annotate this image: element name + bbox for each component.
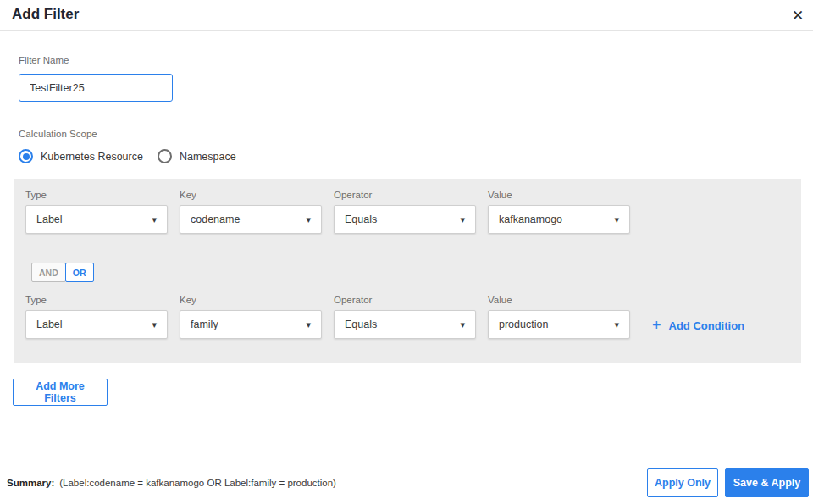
condition-2-value-select[interactable]: production ▾ <box>488 310 630 339</box>
conditions-panel: Type Label ▾ Key codename ▾ Operator Equ… <box>14 179 801 363</box>
condition-2-type-select[interactable]: Label ▾ <box>25 310 168 339</box>
operator-label: Operator <box>334 295 476 305</box>
radio-kubernetes-resource-icon[interactable] <box>19 149 33 163</box>
scope-option-namespace[interactable]: Namespace <box>158 149 236 163</box>
operator-label: Operator <box>334 190 476 200</box>
scope-option-label: Namespace <box>180 151 236 163</box>
add-condition-button[interactable]: + Add Condition <box>652 318 744 333</box>
selected-value: Equals <box>345 318 377 330</box>
condition-1-value-select[interactable]: kafkanamogo ▾ <box>488 205 630 234</box>
condition-2-operator-field: Operator Equals ▾ <box>334 295 476 339</box>
condition-1-value-field: Value kafkanamogo ▾ <box>488 190 630 234</box>
chevron-down-icon: ▾ <box>306 320 311 330</box>
logic-toggle: AND OR <box>31 263 94 282</box>
summary: Summary: (Label:codename = kafkanamogo O… <box>7 478 336 488</box>
condition-1-key-field: Key codename ▾ <box>180 190 322 234</box>
condition-1-key-select[interactable]: codename ▾ <box>180 205 322 234</box>
chevron-down-icon: ▾ <box>306 215 311 224</box>
selected-value: Label <box>36 213 63 225</box>
summary-text: (Label:codename = kafkanamogo OR Label:f… <box>59 478 336 488</box>
save-and-apply-button[interactable]: Save & Apply <box>725 468 809 497</box>
selected-value: codename <box>191 213 240 225</box>
scope-option-kubernetes-resource[interactable]: Kubernetes Resource <box>19 149 143 163</box>
or-toggle-button[interactable]: OR <box>65 263 94 282</box>
condition-1-type-select[interactable]: Label ▾ <box>25 205 168 234</box>
plus-icon: + <box>652 318 661 333</box>
condition-2-key-select[interactable]: family ▾ <box>180 310 322 339</box>
condition-1-operator-field: Operator Equals ▾ <box>334 190 476 234</box>
type-label: Type <box>25 295 168 305</box>
chevron-down-icon: ▾ <box>460 320 465 330</box>
key-label: Key <box>180 190 322 200</box>
chevron-down-icon: ▾ <box>460 215 465 224</box>
calculation-scope-label: Calculation Scope <box>19 129 97 139</box>
close-icon[interactable]: ✕ <box>788 5 808 25</box>
add-condition-label: Add Condition <box>669 319 745 332</box>
selected-value: production <box>499 318 548 330</box>
type-label: Type <box>25 190 168 200</box>
add-more-filters-button[interactable]: Add More Filters <box>13 379 108 406</box>
condition-1-type-field: Type Label ▾ <box>25 190 168 234</box>
value-label: Value <box>488 190 630 200</box>
condition-1-operator-select[interactable]: Equals ▾ <box>334 205 476 234</box>
chevron-down-icon: ▾ <box>614 215 619 224</box>
scope-option-label: Kubernetes Resource <box>41 151 143 163</box>
chevron-down-icon: ▾ <box>152 320 157 330</box>
filter-name-input[interactable] <box>19 74 173 102</box>
selected-value: kafkanamogo <box>499 213 562 225</box>
dialog-title: Add Filter <box>12 6 79 23</box>
chevron-down-icon: ▾ <box>152 215 157 224</box>
footer: Summary: (Label:codename = kafkanamogo O… <box>0 468 813 498</box>
key-label: Key <box>180 295 322 305</box>
and-toggle-button[interactable]: AND <box>31 263 66 282</box>
condition-2-operator-select[interactable]: Equals ▾ <box>334 310 476 339</box>
summary-label: Summary: <box>7 478 54 488</box>
condition-2-value-field: Value production ▾ <box>488 295 630 339</box>
condition-2-key-field: Key family ▾ <box>180 295 322 339</box>
selected-value: Label <box>36 318 63 330</box>
header-divider <box>0 30 813 31</box>
radio-namespace-icon[interactable] <box>158 149 172 163</box>
condition-2-type-field: Type Label ▾ <box>25 295 168 339</box>
add-filter-dialog: Add Filter ✕ Filter Name Calculation Sco… <box>0 0 813 504</box>
apply-only-button[interactable]: Apply Only <box>647 468 718 497</box>
footer-buttons: Apply Only Save & Apply <box>647 468 809 497</box>
chevron-down-icon: ▾ <box>614 320 619 330</box>
filter-name-label: Filter Name <box>19 55 69 65</box>
value-label: Value <box>488 295 630 305</box>
selected-value: Equals <box>345 213 377 225</box>
selected-value: family <box>191 318 218 330</box>
calculation-scope-options: Kubernetes Resource Namespace <box>19 149 236 163</box>
